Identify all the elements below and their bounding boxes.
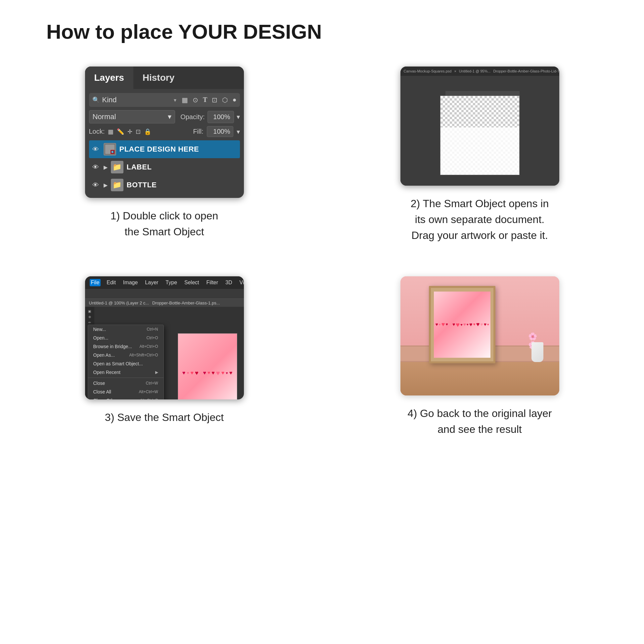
heart-11: ♥: [226, 371, 228, 375]
menu-bar: File Edit Image Layer Type Select Filter…: [85, 276, 244, 289]
eye-visibility-icon-label[interactable]: 👁: [91, 162, 100, 172]
ps-tab-label: Canvas-Mockup-Squares.psd: [404, 69, 452, 73]
lock-paint-icon[interactable]: ✏️: [117, 128, 124, 135]
heart-8: ♥: [211, 370, 215, 376]
heart-1: ♥: [182, 370, 186, 376]
menu-entry-smart-object[interactable]: Open as Smart Object...: [88, 359, 163, 368]
menu-entry-open-as[interactable]: Open As...Alt+Shift+Ctrl+O: [88, 351, 163, 359]
eye-visibility-icon[interactable]: 👁: [91, 145, 100, 154]
menu-item-layer[interactable]: Layer: [144, 279, 160, 286]
tab-layers[interactable]: Layers: [85, 67, 133, 89]
layer-item-place-design[interactable]: 👁 S PLACE DESIGN HERE: [89, 140, 240, 158]
fill-input[interactable]: 100%: [207, 126, 233, 137]
step-1-caption: 1) Double click to openthe Smart Object: [111, 208, 218, 240]
panel-body: 🔍 Kind ▾ ▦ ⊙ T ⊡ ⬡ ● Normal: [85, 89, 244, 198]
heart-3: ♥: [190, 370, 194, 376]
menu-item-file[interactable]: File: [90, 279, 101, 286]
art-heart-5: ♥: [449, 322, 452, 328]
art-heart-8: ♥: [460, 323, 463, 327]
menu-item-select[interactable]: Select: [183, 279, 200, 286]
file-dropdown-menu: New...Ctrl+N Open...Ctrl+O Browse in Bri…: [88, 325, 164, 399]
layers-panel: Layers History 🔍 Kind ▾ ▦ ⊙ T ⊡ ⬡ ●: [85, 67, 244, 198]
layer-item-label[interactable]: 👁 ▶ 📁 LABEL: [89, 158, 240, 176]
result-image: ♥ ♥ ♥ ♥ ♥ ♥ ♥ ♥ ♥ ♥ ♥ ♥ ♥ ♥ ♥: [400, 276, 559, 395]
menu-entry-close-others[interactable]: Close OthersAlt+Ctrl+P: [88, 396, 163, 399]
kind-row: 🔍 Kind ▾ ▦ ⊙ T ⊡ ⬡ ●: [89, 93, 240, 107]
canvas-white-area: [440, 127, 519, 175]
toolbar-icon-1: ▣: [88, 309, 91, 313]
layer-folder-thumb-bottle: 📁: [111, 179, 123, 191]
menu-toolbar: [85, 289, 244, 299]
menu-item-image[interactable]: Image: [122, 279, 139, 286]
steps-grid: Layers History 🔍 Kind ▾ ▦ ⊙ T ⊡ ⬡ ●: [26, 67, 618, 437]
layer-name-place-design: PLACE DESIGN HERE: [119, 145, 199, 154]
lock-move-icon[interactable]: ✛: [127, 128, 132, 135]
doc-tab-dropper[interactable]: Dropper-Bottle-Amber-Glass-1.ps...: [152, 300, 220, 305]
lock-pixel-icon[interactable]: ▦: [108, 128, 114, 135]
smart-object-icon: S: [112, 151, 113, 154]
layer-item-bottle[interactable]: 👁 ▶ 📁 BOTTLE: [89, 176, 240, 194]
menu-item-filter[interactable]: Filter: [205, 279, 220, 286]
menu-entry-close[interactable]: CloseCtrl+W: [88, 379, 163, 388]
step-4-caption: 4) Go back to the original layerand see …: [408, 405, 552, 437]
fill-label: Fill:: [193, 128, 203, 135]
heart-7: ♥: [207, 370, 210, 376]
page-title: How to place YOUR DESIGN: [46, 20, 322, 43]
lock-row: Lock: ▦ ✏️ ✛ ⊡ 🔒 Fill: 100% ▾: [89, 126, 240, 137]
menu-entry-new[interactable]: New...Ctrl+N: [88, 325, 163, 334]
art-heart-14: ♥: [480, 322, 483, 327]
canvas-checkered: [440, 96, 520, 175]
ps-canvas-window: Canvas-Mockup-Squares.psd × Untitled-1 @…: [400, 67, 559, 186]
menu-entry-bridge[interactable]: Browse in Bridge...Alt+Ctrl+O: [88, 342, 163, 351]
art-heart-2: ♥: [439, 323, 441, 326]
step-3-caption: 3) Save the Smart Object: [105, 409, 224, 425]
layer-expand-icon-label[interactable]: ▶: [104, 164, 108, 170]
layer-folder-thumb-label: 📁: [111, 161, 123, 173]
ps-tab-untitled: Untitled-1 @ 95%...: [459, 69, 491, 73]
step-2-cell: Canvas-Mockup-Squares.psd × Untitled-1 @…: [342, 67, 618, 243]
layer-name-label: LABEL: [127, 163, 152, 171]
art-heart-7: ♥: [456, 321, 460, 328]
menu-item-type[interactable]: Type: [164, 279, 178, 286]
ps-file-menu-window: File Edit Image Layer Type Select Filter…: [85, 276, 244, 399]
layer-name-bottle: BOTTLE: [127, 181, 157, 189]
menu-sep-1: [88, 378, 163, 378]
kind-label: Kind: [102, 96, 171, 104]
room-floor: [400, 360, 559, 395]
heart-4: ♥: [195, 370, 199, 377]
search-icon: 🔍: [92, 96, 100, 104]
menu-entry-open[interactable]: Open...Ctrl+O: [88, 334, 163, 342]
tab-history[interactable]: History: [133, 67, 184, 89]
opacity-input[interactable]: 100%: [207, 111, 234, 123]
kind-dropdown-icon[interactable]: ▾: [174, 97, 176, 103]
lock-artboard-icon[interactable]: ⊡: [136, 128, 141, 135]
folder-icon-bottle: 📁: [113, 181, 121, 189]
pixel-icon: ▦: [182, 96, 188, 104]
menu-item-edit[interactable]: Edit: [105, 279, 117, 286]
art-heart-16: ♥: [487, 323, 489, 326]
art-heart-4: ♥: [445, 322, 448, 327]
lock-all-icon[interactable]: 🔒: [144, 128, 151, 135]
circle-icon: ●: [232, 96, 236, 104]
heart-6: ♥: [203, 370, 207, 376]
step-4-cell: ♥ ♥ ♥ ♥ ♥ ♥ ♥ ♥ ♥ ♥ ♥ ♥ ♥ ♥ ♥: [342, 276, 618, 437]
eye-visibility-icon-bottle[interactable]: 👁: [91, 180, 100, 190]
opacity-dropdown-icon: ▾: [237, 113, 240, 121]
art-heart-1: ♥: [435, 322, 438, 327]
layer-expand-icon-bottle[interactable]: ▶: [104, 182, 108, 188]
type-icon: T: [203, 96, 207, 104]
menu-item-view[interactable]: View: [238, 279, 244, 286]
fill-dropdown-icon: ▾: [237, 128, 240, 136]
doc-tab-untitled[interactable]: Untitled-1 @ 100% (Layer 2 c...: [89, 300, 149, 305]
blend-mode-select[interactable]: Normal ▾: [89, 110, 175, 123]
step-1-cell: Layers History 🔍 Kind ▾ ▦ ⊙ T ⊡ ⬡ ●: [26, 67, 302, 243]
ps-tab-separator: ×: [454, 69, 456, 73]
menu-item-3d[interactable]: 3D: [224, 279, 233, 286]
ps-top-bar: Canvas-Mockup-Squares.psd × Untitled-1 @…: [400, 67, 559, 76]
art-inner: ♥ ♥ ♥ ♥ ♥ ♥ ♥ ♥ ♥ ♥ ♥ ♥ ♥ ♥ ♥: [434, 292, 490, 358]
menu-entry-recent[interactable]: Open Recent▶: [88, 368, 163, 377]
room-scene: ♥ ♥ ♥ ♥ ♥ ♥ ♥ ♥ ♥ ♥ ♥ ♥ ♥ ♥ ♥: [400, 276, 559, 395]
step-2-caption: 2) The Smart Object opens inits own sepa…: [411, 196, 549, 243]
heart-10: ♥: [221, 370, 225, 376]
menu-entry-close-all[interactable]: Close AllAlt+Ctrl+W: [88, 388, 163, 396]
